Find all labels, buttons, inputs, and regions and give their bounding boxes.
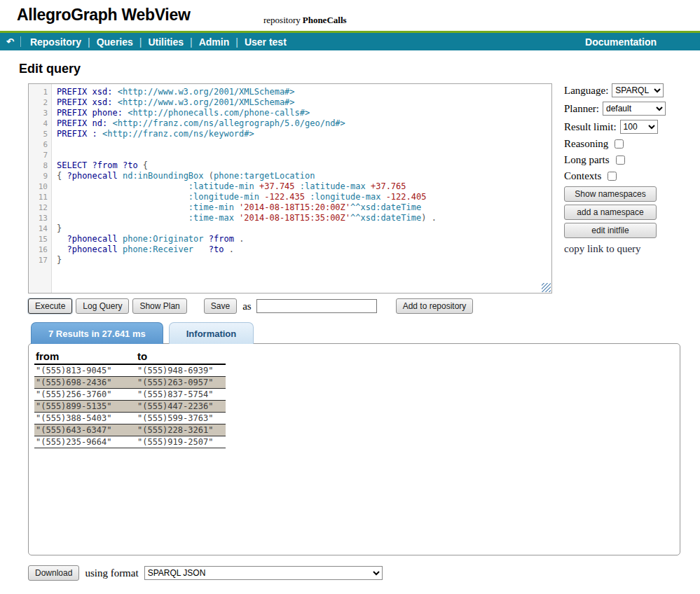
contexts-checkbox[interactable] xyxy=(608,172,617,181)
line-number: 16 xyxy=(29,244,48,255)
line-number: 4 xyxy=(29,118,48,129)
long-parts-label: Long parts xyxy=(564,154,610,166)
long-parts-checkbox[interactable] xyxy=(616,156,625,165)
nav-item-repository[interactable]: Repository xyxy=(24,36,88,48)
execute-button[interactable]: Execute xyxy=(28,298,72,314)
save-button[interactable]: Save xyxy=(204,298,237,314)
language-select[interactable]: SPARQL xyxy=(612,83,664,97)
show-plan-button[interactable]: Show Plan xyxy=(132,298,186,314)
using-format-label: using format xyxy=(85,567,138,579)
nav-item-admin[interactable]: Admin xyxy=(193,36,236,48)
download-row: Download using format SPARQL JSON xyxy=(28,565,700,581)
save-as-label: as xyxy=(242,301,252,312)
code-line[interactable]: PREFIX xsd: <http://www.w3.org/2001/XMLS… xyxy=(57,97,551,108)
repository-info: repositoryPhoneCalls xyxy=(263,15,347,26)
table-row: "(555)235-9664""(555)919-2507" xyxy=(34,436,226,448)
results-body: "(555)813-9045""(555)948-6939""(555)698-… xyxy=(34,364,226,448)
table-row: "(555)643-6347""(555)228-3261" xyxy=(34,424,226,436)
result-cell: "(555)948-6939" xyxy=(136,364,226,377)
repository-name[interactable]: PhoneCalls xyxy=(303,15,347,25)
result-cell: "(555)643-6347" xyxy=(34,424,136,436)
copy-link-to-query[interactable]: copy link to query xyxy=(564,243,673,255)
result-limit-label: Result limit: xyxy=(564,121,617,133)
code-line[interactable]: PREFIX xsd: <http://www.w3.org/2001/XMLS… xyxy=(57,87,551,97)
table-row: "(555)698-2436""(555)263-0957" xyxy=(34,377,226,389)
code-line[interactable]: PREFIX : <http://franz.com/ns/keyword#> xyxy=(57,129,551,139)
code-line[interactable] xyxy=(57,150,551,160)
line-number: 2 xyxy=(29,97,48,108)
column-header-to: to xyxy=(136,350,226,364)
code-line[interactable]: ?phonecall phone:Originator ?from . xyxy=(57,234,551,244)
result-cell: "(555)899-5135" xyxy=(34,401,136,413)
line-number: 3 xyxy=(29,108,48,118)
page-title: Edit query xyxy=(19,62,700,76)
result-cell: "(555)599-3763" xyxy=(136,413,226,424)
language-label: Language: xyxy=(564,85,608,97)
editor-resize-handle[interactable] xyxy=(542,283,551,292)
add-namespace-button[interactable]: add a namespace xyxy=(564,205,657,220)
nav-item-utilities[interactable]: Utilities xyxy=(142,36,190,48)
line-number: 7 xyxy=(29,150,48,160)
code-lines[interactable]: PREFIX xsd: <http://www.w3.org/2001/XMLS… xyxy=(52,84,551,293)
log-query-button[interactable]: Log Query xyxy=(76,298,129,314)
edit-initfile-button[interactable]: edit initfile xyxy=(564,223,657,238)
code-line[interactable]: { ?phonecall nd:inBoundingBox (phone:tar… xyxy=(57,171,551,181)
code-line[interactable]: } xyxy=(57,255,551,265)
line-number: 5 xyxy=(29,129,48,139)
code-line[interactable]: SELECT ?from ?to { xyxy=(57,160,551,171)
query-options: Language: SPARQL Planner: default Result… xyxy=(564,83,673,293)
column-header-from: from xyxy=(34,350,136,364)
results-table: from to "(555)813-9045""(555)948-6939""(… xyxy=(34,350,226,448)
save-name-input[interactable] xyxy=(256,299,377,313)
table-row: "(555)899-5135""(555)447-2236" xyxy=(34,401,226,413)
table-row: "(555)256-3760""(555)837-5754" xyxy=(34,389,226,401)
editor-row: 1234567891011121314151617 PREFIX xsd: <h… xyxy=(28,83,700,293)
code-line[interactable]: :latitude-min +37.745 :latitude-max +37.… xyxy=(57,181,551,192)
app-header: AllegroGraph WebView repositoryPhoneCall… xyxy=(0,0,700,31)
main-nav: ↶ Repository | Queries | Utilities | Adm… xyxy=(0,33,700,50)
contexts-label: Contexts xyxy=(564,170,601,182)
results-tabs: 7 Results in 27.641 ms Information xyxy=(31,322,700,344)
results-header-row: from to xyxy=(34,350,226,364)
back-icon[interactable]: ↶ xyxy=(4,36,21,47)
nav-item-queries[interactable]: Queries xyxy=(90,36,139,48)
code-line[interactable] xyxy=(57,139,551,150)
result-cell: "(555)256-3760" xyxy=(34,389,136,401)
code-line[interactable]: PREFIX phone: <http://phonecalls.com/pho… xyxy=(57,108,551,118)
code-line[interactable]: :time-max '2014-08-18T15:35:00Z'^^xsd:da… xyxy=(57,213,551,223)
line-number: 15 xyxy=(29,234,48,244)
format-select[interactable]: SPARQL JSON xyxy=(144,566,383,580)
query-editor[interactable]: 1234567891011121314151617 PREFIX xsd: <h… xyxy=(28,83,552,293)
nav-item-user-test[interactable]: User test xyxy=(238,36,293,48)
planner-select[interactable]: default xyxy=(603,102,666,116)
download-button[interactable]: Download xyxy=(28,565,79,581)
code-line[interactable]: } xyxy=(57,223,551,234)
result-cell: "(555)919-2507" xyxy=(136,436,226,448)
code-line[interactable]: PREFIX nd: <http://franz.com/ns/allegrog… xyxy=(57,118,551,129)
repository-label: repository xyxy=(263,15,301,25)
code-line[interactable]: ?phonecall phone:Receiver ?to . xyxy=(57,244,551,255)
result-cell: "(555)837-5754" xyxy=(136,389,226,401)
add-to-repository-button[interactable]: Add to repository xyxy=(396,298,474,314)
table-row: "(555)388-5403""(555)599-3763" xyxy=(34,413,226,424)
reasoning-label: Reasoning xyxy=(564,138,608,150)
line-number: 13 xyxy=(29,213,48,223)
line-number: 17 xyxy=(29,255,48,265)
results-panel: from to "(555)813-9045""(555)948-6939""(… xyxy=(28,343,680,555)
code-line[interactable]: :time-min '2014-08-18T15:20:00Z'^^xsd:da… xyxy=(57,202,551,213)
line-numbers: 1234567891011121314151617 xyxy=(29,84,52,293)
table-row: "(555)813-9045""(555)948-6939" xyxy=(34,364,226,377)
code-line[interactable]: :longitude-min -122.435 :longitude-max -… xyxy=(57,192,551,202)
show-namespaces-button[interactable]: Show namespaces xyxy=(564,186,657,202)
tab-results[interactable]: 7 Results in 27.641 ms xyxy=(31,322,163,344)
line-number: 10 xyxy=(29,181,48,192)
line-number: 14 xyxy=(29,223,48,234)
nav-item-documentation[interactable]: Documentation xyxy=(585,36,657,48)
planner-label: Planner: xyxy=(564,103,599,115)
reasoning-checkbox[interactable] xyxy=(615,139,624,148)
line-number: 11 xyxy=(29,192,48,202)
result-limit-select[interactable]: 100 xyxy=(620,120,658,134)
tab-information[interactable]: Information xyxy=(169,322,254,344)
app-title: AllegroGraph WebView xyxy=(17,6,190,25)
result-cell: "(555)698-2436" xyxy=(34,377,136,389)
